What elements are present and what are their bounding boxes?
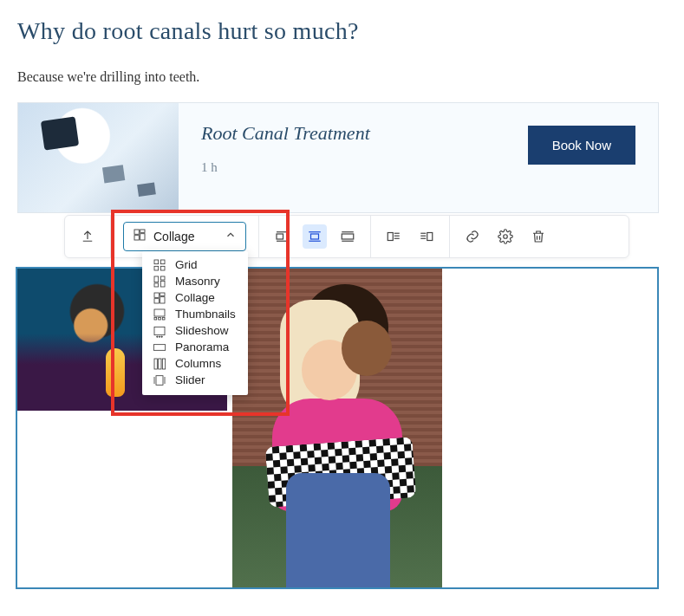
align-center-icon[interactable] bbox=[303, 224, 327, 249]
svg-rect-22 bbox=[154, 260, 159, 264]
service-card: Root Canal Treatment 1 h Book Now bbox=[17, 102, 659, 213]
layout-option-masonry[interactable]: Masonry bbox=[142, 273, 248, 289]
svg-rect-29 bbox=[154, 283, 159, 287]
align-full-icon[interactable] bbox=[335, 224, 360, 249]
svg-rect-32 bbox=[160, 296, 165, 302]
layout-select[interactable]: Collage bbox=[123, 222, 246, 251]
layout-option-label: Slideshow bbox=[175, 323, 229, 338]
layout-option-label: Masonry bbox=[175, 274, 220, 289]
svg-rect-34 bbox=[154, 309, 165, 316]
align-left-icon[interactable] bbox=[270, 224, 294, 249]
svg-rect-27 bbox=[160, 276, 165, 280]
svg-rect-7 bbox=[311, 234, 319, 239]
layout-option-slideshow[interactable]: Slideshow bbox=[142, 322, 248, 339]
svg-rect-46 bbox=[156, 375, 163, 385]
layout-option-columns[interactable]: Columns bbox=[142, 355, 248, 372]
svg-rect-36 bbox=[159, 317, 161, 320]
svg-rect-33 bbox=[154, 298, 159, 302]
svg-rect-31 bbox=[160, 293, 165, 295]
chevron-up-icon bbox=[225, 229, 237, 244]
svg-rect-45 bbox=[162, 359, 165, 369]
service-thumbnail bbox=[18, 103, 179, 212]
service-title: Root Canal Treatment bbox=[201, 122, 370, 145]
svg-rect-35 bbox=[154, 317, 157, 320]
layout-option-label: Grid bbox=[175, 257, 198, 272]
layout-select-label: Collage bbox=[153, 230, 218, 243]
layout-option-label: Thumbnails bbox=[175, 307, 236, 321]
svg-rect-28 bbox=[160, 281, 165, 287]
layout-dropdown: Grid Masonry Collage Thumbnails Slidesho… bbox=[142, 251, 248, 395]
layout-option-thumbnails[interactable]: Thumbnails bbox=[142, 306, 248, 322]
svg-rect-30 bbox=[154, 293, 159, 297]
svg-rect-26 bbox=[154, 276, 159, 282]
service-duration: 1 h bbox=[201, 160, 370, 175]
layout-option-label: Collage bbox=[175, 290, 215, 305]
svg-rect-3 bbox=[134, 236, 139, 240]
upload-icon[interactable] bbox=[75, 224, 100, 249]
layout-option-label: Slider bbox=[175, 373, 205, 387]
svg-point-39 bbox=[157, 336, 158, 337]
layout-option-collage[interactable]: Collage bbox=[142, 289, 248, 306]
svg-rect-42 bbox=[153, 344, 165, 350]
svg-point-41 bbox=[161, 336, 162, 337]
svg-rect-0 bbox=[134, 230, 139, 234]
svg-rect-1 bbox=[140, 230, 145, 232]
layout-option-label: Columns bbox=[175, 356, 221, 371]
layout-option-panorama[interactable]: Panorama bbox=[142, 339, 248, 355]
svg-rect-4 bbox=[277, 234, 283, 239]
svg-rect-25 bbox=[160, 266, 165, 270]
svg-rect-43 bbox=[154, 359, 157, 369]
svg-rect-2 bbox=[140, 234, 145, 240]
svg-rect-37 bbox=[162, 317, 165, 320]
svg-rect-10 bbox=[342, 234, 354, 239]
wrap-left-icon[interactable] bbox=[381, 224, 406, 249]
collage-icon bbox=[133, 228, 147, 245]
svg-rect-13 bbox=[388, 233, 393, 241]
svg-point-40 bbox=[159, 336, 160, 337]
link-icon[interactable] bbox=[460, 224, 485, 249]
layout-option-slider[interactable]: Slider bbox=[142, 372, 248, 388]
svg-rect-17 bbox=[427, 233, 433, 241]
svg-rect-38 bbox=[154, 327, 165, 334]
layout-option-grid[interactable]: Grid bbox=[142, 256, 248, 273]
svg-rect-24 bbox=[154, 266, 159, 270]
wrap-right-icon[interactable] bbox=[414, 224, 439, 249]
svg-point-21 bbox=[504, 235, 508, 239]
image-gallery[interactable] bbox=[16, 267, 659, 589]
settings-icon[interactable] bbox=[493, 224, 518, 249]
page-subtext: Because we're drilling into teeth. bbox=[17, 69, 667, 85]
page-title: Why do root canals hurt so much? bbox=[17, 17, 667, 45]
book-now-button[interactable]: Book Now bbox=[528, 126, 635, 165]
delete-icon[interactable] bbox=[526, 224, 550, 249]
layout-option-label: Panorama bbox=[175, 340, 229, 354]
gallery-image-2[interactable] bbox=[232, 269, 442, 587]
svg-rect-23 bbox=[160, 260, 165, 264]
svg-rect-44 bbox=[159, 359, 161, 369]
